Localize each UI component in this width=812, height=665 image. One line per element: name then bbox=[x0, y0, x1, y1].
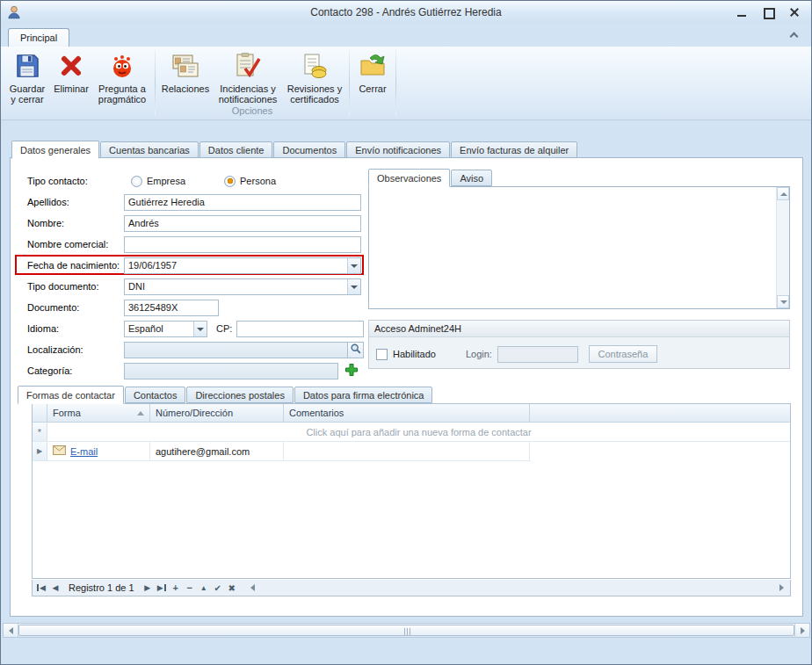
cell-numero-direccion[interactable]: agutihere@gmail.com bbox=[150, 442, 284, 460]
ribbon-collapse-button[interactable] bbox=[785, 29, 802, 43]
nombre-input[interactable] bbox=[124, 215, 361, 232]
delete-button[interactable]: Eliminar bbox=[50, 48, 92, 105]
column-header-numero-direccion[interactable]: Número/Dirección bbox=[150, 404, 284, 422]
cell-comentarios[interactable] bbox=[284, 442, 530, 460]
apellidos-input[interactable] bbox=[124, 194, 361, 211]
datos-generales-panel: Tipo contacto: Empresa Persona Apellido bbox=[10, 157, 803, 617]
tab-direcciones-postales[interactable]: Direcciones postales bbox=[186, 387, 294, 403]
tab-label: Aviso bbox=[460, 173, 483, 184]
close-button[interactable] bbox=[788, 6, 801, 18]
arrow-up-icon bbox=[780, 192, 787, 196]
tipo-documento-dropdown-button[interactable] bbox=[347, 279, 360, 294]
contrasena-button[interactable]: Contraseña bbox=[589, 345, 657, 363]
nav-prev-button[interactable]: ◀ bbox=[48, 581, 62, 595]
localizacion-input[interactable] bbox=[124, 342, 348, 358]
radio-empresa[interactable]: Empresa bbox=[131, 176, 185, 187]
grid-scroll-right-button[interactable] bbox=[774, 581, 788, 595]
hscroll-right-button[interactable] bbox=[794, 624, 809, 637]
tab-formas-de-contactar[interactable]: Formas de contactar bbox=[18, 386, 124, 404]
plus-icon: + bbox=[172, 582, 178, 593]
localizacion-search-button[interactable] bbox=[348, 342, 364, 358]
apellidos-label: Apellidos: bbox=[27, 197, 124, 207]
tipo-documento-combo[interactable] bbox=[124, 278, 361, 295]
cp-input[interactable] bbox=[236, 321, 364, 337]
idioma-dropdown-button[interactable] bbox=[193, 322, 207, 336]
tab-cuentas-bancarias[interactable]: Cuentas bancarias bbox=[100, 141, 199, 158]
ask-pragmatico-button[interactable]: Pregunta a pragmático bbox=[92, 48, 152, 105]
nav-append-button[interactable]: + bbox=[169, 581, 183, 595]
tab-envio-notificaciones[interactable]: Envío notificaciones bbox=[346, 141, 450, 158]
tab-observaciones[interactable]: Observaciones bbox=[368, 169, 450, 187]
record-counter: Registro 1 de 1 bbox=[69, 582, 134, 593]
hscroll-thumb[interactable] bbox=[18, 625, 794, 636]
relaciones-button[interactable]: Relaciones bbox=[158, 48, 213, 105]
tab-label: Documentos bbox=[282, 145, 337, 155]
window-title: Contacto 298 - Andrés Gutiérrez Heredia bbox=[1, 6, 811, 18]
nav-first-button[interactable]: ◀ bbox=[34, 581, 48, 595]
grid-new-row[interactable]: * Click aquí para añadir una nueva forma… bbox=[33, 423, 790, 442]
categoria-add-button[interactable] bbox=[343, 362, 360, 379]
nav-delete-button[interactable]: − bbox=[183, 581, 197, 595]
sort-ascending-icon bbox=[137, 411, 144, 416]
edit-caret-icon: ▲ bbox=[200, 584, 207, 592]
maximize-button[interactable] bbox=[762, 6, 774, 18]
ask-pragmatico-label: Pregunta a pragmático bbox=[94, 83, 150, 105]
main-tabstrip: Datos generales Cuentas bancarias Datos … bbox=[10, 140, 803, 158]
tab-contactos[interactable]: Contactos bbox=[125, 387, 186, 403]
tab-datos-cliente[interactable]: Datos cliente bbox=[199, 141, 273, 158]
new-row-indicator-icon: * bbox=[33, 423, 47, 441]
scroll-down-button[interactable] bbox=[777, 295, 789, 308]
cell-forma[interactable]: E-mail bbox=[47, 442, 150, 460]
nombre-comercial-input[interactable] bbox=[124, 236, 361, 253]
nav-next-button[interactable]: ▶ bbox=[141, 581, 155, 595]
observaciones-textarea[interactable] bbox=[370, 188, 775, 307]
cerrar-button[interactable]: Cerrar bbox=[352, 48, 393, 105]
tipo-documento-input[interactable] bbox=[125, 279, 347, 294]
email-link[interactable]: E-mail bbox=[70, 446, 98, 457]
tab-envio-facturas[interactable]: Envío facturas de alquiler bbox=[451, 141, 577, 158]
radio-persona[interactable]: Persona bbox=[224, 176, 276, 187]
categoria-input[interactable] bbox=[124, 363, 338, 379]
fecha-nacimiento-combo[interactable] bbox=[124, 257, 361, 274]
habilitado-checkbox[interactable] bbox=[376, 349, 388, 360]
ribbon-separator bbox=[349, 50, 350, 116]
scroll-up-button[interactable] bbox=[777, 187, 789, 200]
nombre-row: Nombre: bbox=[11, 213, 366, 234]
revisiones-button[interactable]: Revisiones y certificados bbox=[283, 48, 346, 105]
save-and-close-button[interactable]: Guardar y cerrar bbox=[4, 48, 50, 105]
new-row-hint[interactable]: Click aquí para añadir una nueva forma d… bbox=[47, 423, 790, 441]
nav-cancel-button[interactable]: ✖ bbox=[225, 581, 239, 595]
idioma-input[interactable] bbox=[125, 322, 193, 336]
tab-datos-firma-electronica[interactable]: Datos para firma electrónica bbox=[294, 387, 433, 403]
column-header-comentarios[interactable]: Comentarios bbox=[284, 404, 530, 422]
radio-persona-selected-icon bbox=[224, 176, 236, 187]
fecha-dropdown-button[interactable] bbox=[347, 258, 360, 273]
login-input[interactable] bbox=[497, 346, 578, 363]
grid-scroll-left-button[interactable] bbox=[246, 581, 260, 595]
incidencias-label: Incidencias y notificaciones bbox=[214, 83, 281, 105]
minimize-button[interactable] bbox=[736, 6, 748, 18]
incidencias-button[interactable]: Incidencias y notificaciones bbox=[213, 48, 283, 105]
column-label: Número/Dirección bbox=[156, 408, 233, 418]
ribbon-tab-principal[interactable]: Principal bbox=[8, 28, 69, 47]
nav-endedit-button[interactable]: ✔ bbox=[211, 581, 225, 595]
grid-data-row[interactable]: ▶ E-mail agutihere@gmail.com bbox=[33, 442, 531, 461]
nav-last-button[interactable]: ▶ bbox=[155, 581, 169, 595]
documento-input[interactable] bbox=[124, 300, 219, 316]
contact-person-icon bbox=[6, 4, 22, 20]
login-label: Login: bbox=[466, 349, 492, 359]
tab-aviso[interactable]: Aviso bbox=[451, 170, 492, 186]
tab-label: Datos para firma electrónica bbox=[303, 390, 424, 401]
nav-edit-button[interactable]: ▲ bbox=[197, 581, 211, 595]
documento-row: Documento: bbox=[11, 297, 366, 318]
hscroll-left-button[interactable] bbox=[4, 624, 18, 637]
idioma-combo[interactable] bbox=[124, 321, 207, 337]
tipo-documento-row: Tipo documento: bbox=[11, 276, 366, 297]
tab-datos-generales[interactable]: Datos generales bbox=[11, 141, 99, 159]
ribbon: Guardar y cerrar Eliminar bbox=[1, 47, 811, 120]
tab-documentos[interactable]: Documentos bbox=[273, 141, 345, 158]
ribbon-separator bbox=[155, 50, 156, 116]
fecha-nacimiento-input[interactable] bbox=[125, 258, 347, 273]
chevron-down-icon bbox=[351, 286, 358, 289]
column-header-forma[interactable]: Forma bbox=[47, 404, 150, 422]
